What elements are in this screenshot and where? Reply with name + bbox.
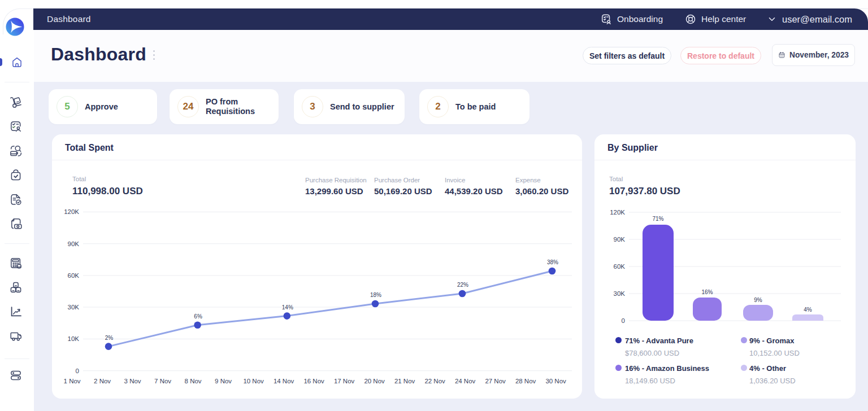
svg-text:20 Nov: 20 Nov <box>364 378 385 384</box>
svg-text:6%: 6% <box>194 313 202 320</box>
svg-text:0: 0 <box>622 317 625 324</box>
svg-text:90K: 90K <box>614 236 626 243</box>
svg-text:3 Nov: 3 Nov <box>124 378 141 384</box>
svg-text:30K: 30K <box>68 304 80 311</box>
svg-text:7 Nov: 7 Nov <box>154 378 171 384</box>
svg-text:28 Nov: 28 Nov <box>515 378 536 384</box>
svg-text:4%: 4% <box>804 307 812 313</box>
svg-text:60K: 60K <box>614 263 626 270</box>
svg-text:22 Nov: 22 Nov <box>424 378 445 384</box>
svg-text:120K: 120K <box>64 208 79 215</box>
svg-text:90K: 90K <box>68 241 80 247</box>
svg-text:17 Nov: 17 Nov <box>334 378 355 384</box>
svg-text:10 Nov: 10 Nov <box>243 378 264 384</box>
svg-text:10K: 10K <box>68 335 80 342</box>
svg-text:9%: 9% <box>754 297 762 303</box>
svg-text:8 Nov: 8 Nov <box>185 378 202 384</box>
svg-text:22%: 22% <box>457 282 468 288</box>
svg-text:16 Nov: 16 Nov <box>303 378 324 384</box>
svg-text:30K: 30K <box>614 290 626 297</box>
svg-text:24 Nov: 24 Nov <box>455 378 476 384</box>
svg-text:14%: 14% <box>282 304 293 311</box>
svg-text:1 Nov: 1 Nov <box>64 378 81 384</box>
svg-text:14 Nov: 14 Nov <box>274 378 294 384</box>
svg-text:16%: 16% <box>701 289 713 295</box>
svg-text:27 Nov: 27 Nov <box>485 378 506 384</box>
svg-text:71%: 71% <box>652 216 663 222</box>
svg-text:30 Nov: 30 Nov <box>545 378 566 384</box>
svg-text:38%: 38% <box>547 259 558 265</box>
svg-text:0: 0 <box>76 368 79 374</box>
svg-text:9 Nov: 9 Nov <box>215 378 232 384</box>
svg-text:18%: 18% <box>370 292 381 298</box>
svg-text:60K: 60K <box>68 272 80 279</box>
svg-text:21 Nov: 21 Nov <box>394 378 415 384</box>
svg-text:2 Nov: 2 Nov <box>94 378 111 384</box>
svg-text:2%: 2% <box>105 335 114 341</box>
svg-text:120K: 120K <box>610 209 625 216</box>
